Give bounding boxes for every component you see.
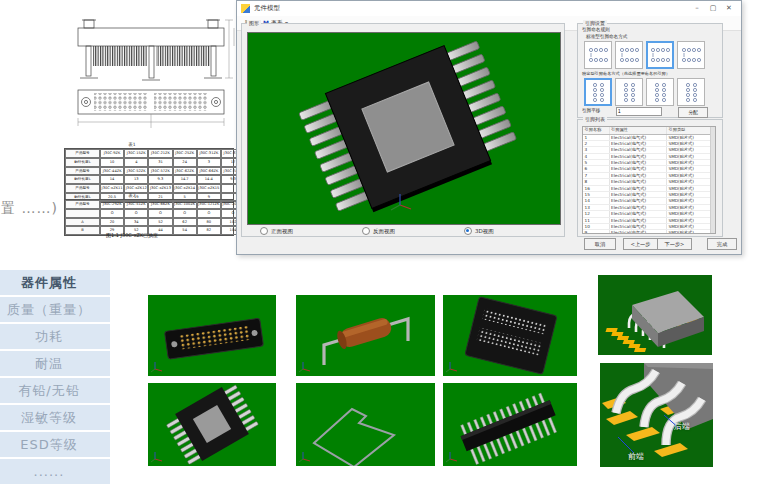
axis-indicator-icon: [151, 361, 163, 373]
view-mode-radio[interactable]: 反面视图: [362, 227, 395, 235]
detail-tile-lead-closeup: 前端 后端: [600, 363, 713, 467]
spec-table-row: 触针长度L10 431 243 17: [65, 158, 233, 167]
connector-views-drawing: [28, 4, 236, 140]
radio-label: 3D视图: [475, 228, 494, 235]
special-naming-label: 特定型引脚命名方式（先选择需要命名的引脚）: [582, 71, 670, 76]
sidebar-item[interactable]: 湿敏等级: [0, 405, 110, 430]
pin-table-row[interactable]: 9 Electrical(电气式) SMD(贴片式): [583, 230, 715, 234]
assign-button[interactable]: 分配: [678, 107, 708, 118]
pin-pattern-icon: [680, 81, 702, 103]
finish-button[interactable]: 完成: [707, 238, 737, 250]
gallery-tile-bga-chip: [443, 295, 577, 376]
pin-header-3d: [443, 383, 577, 466]
spec-table-row: 产品型号J30C-9ZK J30C-15ZKJ30C-21ZK J30C-25Z…: [65, 149, 233, 158]
sidebar-item-label: 功耗: [35, 328, 63, 346]
pin-pattern-button[interactable]: [677, 41, 705, 69]
spec-table-2: 产品型号J30C-29ZK J30C-51ZKJ30C-66ZK J30C-10…: [64, 199, 234, 236]
special-pattern-row: [584, 78, 705, 106]
sidebar-item[interactable]: 器件属性: [0, 270, 110, 295]
graphics-groupbox: 图形: [241, 23, 565, 237]
title-bar[interactable]: 元件模型 – ▢ ✕: [237, 1, 741, 17]
spec-table-row: 产品型号J30C-xZK11 J30C-xZK12J30C-xZK13 J30C…: [65, 184, 233, 193]
standard-pattern-row: [584, 41, 705, 69]
sidebar-item-label: 湿敏等级: [21, 409, 77, 427]
sidebar-item[interactable]: ......: [0, 459, 110, 484]
close-button[interactable]: ✕: [721, 2, 737, 15]
maximize-button[interactable]: ▢: [705, 2, 721, 15]
sidebar-item-label: ......: [34, 464, 65, 479]
front-lead-label: 前端: [628, 451, 644, 462]
detail-tile-soic-chip: [598, 275, 712, 355]
sidebar-item[interactable]: 有铅/无铅: [0, 378, 110, 403]
standard-naming-label: 标准型引脚命名方式: [586, 34, 627, 39]
sidebar-item-label: 耐温: [35, 355, 63, 373]
component-model-dialog: 元件模型 – ▢ ✕ 图形 M 查看 ▾ 图形: [236, 0, 742, 255]
pin-pattern-button[interactable]: [615, 41, 643, 69]
tssop-chip-3d-render: [248, 33, 560, 224]
pin-table-header: 引脚名称 引脚属性 引脚类型: [583, 127, 715, 135]
back-lead-label: 后端: [674, 421, 690, 432]
pin-pattern-button[interactable]: [677, 78, 705, 106]
window-title: 元件模型: [254, 4, 280, 13]
pin-table[interactable]: 引脚名称 引脚属性 引脚类型 1 Electrical(电气式) SMD(贴片式…: [582, 126, 716, 234]
pin-list-label: 引脚列表: [583, 116, 607, 123]
previous-step-button[interactable]: <上一步: [623, 238, 658, 250]
naming-rule-label: 引脚命名规则: [582, 27, 610, 32]
spec-table-row: O OO OO O: [65, 209, 233, 218]
sidebar-item[interactable]: 质量（重量）: [0, 297, 110, 322]
next-step-button[interactable]: 下一步>: [657, 238, 692, 250]
pin-pattern-button[interactable]: [646, 41, 674, 69]
pin-pattern-icon: [587, 81, 609, 103]
sidebar-item[interactable]: ESD等级: [0, 432, 110, 457]
radio-icon[interactable]: [362, 227, 370, 235]
sidebar-item[interactable]: 耐温: [0, 351, 110, 376]
cancel-button[interactable]: 取消: [584, 238, 616, 250]
radio-icon[interactable]: [260, 227, 268, 235]
spec-table-row: 触针长度L14 139.3 14.714.4 9.3: [65, 175, 233, 184]
pin-pattern-button[interactable]: [646, 78, 674, 106]
pin-setup-label: 引脚设置: [583, 20, 607, 27]
sidebar-item[interactable]: 功耗: [0, 324, 110, 349]
pin-pattern-button[interactable]: [584, 41, 612, 69]
pin-pattern-button[interactable]: [584, 78, 612, 106]
axial-resistor-3d: [296, 295, 435, 376]
pin-shift-label: 引脚平移: [582, 108, 600, 113]
radio-icon[interactable]: [464, 227, 472, 235]
table-scrollbar[interactable]: [710, 127, 715, 233]
gallery-tile-tssop-chip: [148, 383, 276, 466]
sidebar-item-label: 器件属性: [21, 274, 77, 292]
axis-indicator-icon: [299, 451, 311, 463]
tssop-chip-3d: [148, 383, 276, 466]
radio-label: 正面视图: [271, 228, 293, 235]
soic-chip-3d: [598, 275, 712, 355]
pin-pattern-icon: [618, 44, 640, 66]
wire-outline-3d: [296, 383, 435, 466]
pin-list-groupbox: 引脚列表 引脚名称 引脚属性 引脚类型 1 Electrical(电气式) SM…: [577, 119, 723, 237]
gallery-tile-wire-outline: [296, 383, 435, 466]
pin-setup-groupbox: 引脚设置 引脚命名规则 标准型引脚命名方式: [577, 23, 723, 118]
radio-label: 反面视图: [373, 228, 395, 235]
spec-table-row: 产品型号J30C-29ZK J30C-51ZKJ30C-66ZK J30C-10…: [65, 200, 233, 209]
gallery-tile-dsub-connector: [148, 295, 276, 376]
gallery-tile-resistor: [296, 295, 435, 376]
sidebar-item-label: 质量（重量）: [7, 301, 91, 319]
axis-indicator-icon: [446, 451, 458, 463]
pin-pattern-icon: [680, 44, 702, 66]
table2-label: 表2: [28, 193, 236, 198]
3d-viewport[interactable]: [247, 32, 561, 225]
view-mode-radio[interactable]: 正面视图: [260, 227, 293, 235]
pin-pattern-button[interactable]: [615, 78, 643, 106]
gallery-tile-pin-header: [443, 383, 577, 466]
view-mode-radio[interactable]: 3D视图: [464, 227, 494, 235]
axis-indicator-icon: [299, 361, 311, 373]
app-icon: [241, 4, 250, 13]
pin-pattern-icon: [618, 81, 640, 103]
clipped-document-text: 置 ……): [1, 200, 58, 218]
figure-caption: 图1.1 J30C-xZK□插座: [28, 232, 236, 238]
pin-shift-input[interactable]: [616, 107, 662, 116]
spec-table-row: 产品型号J30C-44ZK J30C-52ZKJ30C-57ZK J30C-62…: [65, 167, 233, 176]
minimize-button[interactable]: –: [689, 2, 705, 15]
sidebar-item-label: ESD等级: [20, 436, 77, 454]
dsub-connector-3d: [148, 295, 276, 376]
axis-indicator-icon: [446, 361, 458, 373]
